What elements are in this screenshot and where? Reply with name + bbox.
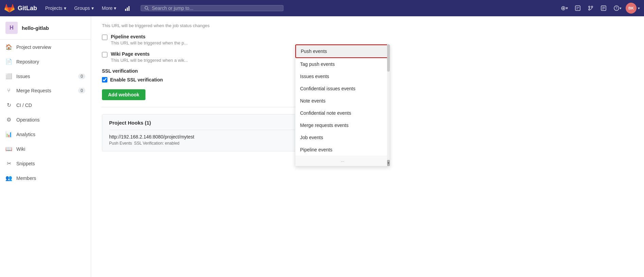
user-avatar[interactable]: BK [626,3,637,14]
hook-tag-ssl: SSL Verification: enabled [134,141,179,146]
wiki-events-checkbox[interactable] [102,52,107,57]
svg-line-4 [147,9,149,10]
svg-rect-0 [125,9,126,11]
sidebar-label-operations: Operations [16,117,39,123]
dropdown-label-confidential-issues: Confidential issues events [300,86,355,91]
merge-requests-sidebar-icon: ⑂ [5,88,12,94]
help-btn[interactable]: ? ▾ [611,4,624,13]
sidebar-item-analytics[interactable]: 📊 Analytics [0,127,91,142]
ssl-checkbox[interactable] [102,77,107,82]
sidebar-item-wiki[interactable]: 📖 Wiki [0,142,91,156]
gitlab-logo[interactable]: GitLab [4,3,37,14]
nav-right-actions: ⊕ ▾ [558,3,640,14]
wiki-events-label: Wiki Page events This URL will be trigge… [111,51,188,63]
dropdown-scroll-thumb [387,44,390,72]
new-item-btn[interactable]: ⊕ ▾ [558,3,571,13]
dropdown-scrollbar: ▼ [387,44,390,166]
main-layout: H hello-gitlab 🏠 Project overview 📄 Repo… [0,16,644,277]
projects-nav-label: Projects [45,5,63,11]
dropdown-label-job-events: Job events [300,135,323,140]
plus-chevron: ▾ [566,6,568,11]
sidebar-item-project-overview[interactable]: 🏠 Project overview [0,40,91,54]
sidebar-item-repository[interactable]: 📄 Repository [0,54,91,69]
merge-requests-btn[interactable] [585,4,596,13]
sidebar-item-issues[interactable]: ⬜ Issues 0 [0,69,91,84]
dropdown-item-tag-push-events[interactable]: Tag push events [295,58,390,70]
search-input[interactable] [152,5,280,11]
add-webhook-button[interactable]: Add webhook [102,89,145,100]
merge-icon [588,5,594,11]
sidebar: H hello-gitlab 🏠 Project overview 📄 Repo… [0,16,91,277]
more-nav-btn[interactable]: More ▾ [99,4,119,12]
hook-info: http://192.168.2.146:8080/project/mytest… [109,134,194,146]
sidebar-label-project-overview: Project overview [16,44,51,50]
sidebar-item-merge-requests[interactable]: ⑂ Merge Requests 0 [0,84,91,98]
merge-requests-badge: 0 [78,88,85,93]
sidebar-item-snippets[interactable]: ✂ Snippets [0,156,91,171]
todo-icon [575,5,581,11]
svg-point-3 [145,6,148,10]
pipeline-events-checkbox[interactable] [102,35,107,40]
pipeline-events-desc: This URL will be triggered when the p... [111,40,188,45]
operations-icon: ⚙ [5,116,12,123]
dropdown-item-job-events[interactable]: Job events [295,131,390,144]
hook-tag-push-events: Push Events [109,141,132,146]
gitlab-fox-icon [4,3,15,14]
url-note: This URL will be triggered when the job … [102,23,386,28]
project-name: hello-gitlab [22,25,49,31]
sidebar-item-operations[interactable]: ⚙ Operations [0,112,91,127]
dropdown-item-note-events[interactable]: Note events [295,95,390,107]
wiki-events-title: Wiki Page events [111,51,150,57]
dropdown-item-issues-events[interactable]: Issues events [295,70,390,82]
ssl-checkbox-label: Enable SSL verification [110,77,163,82]
hook-tags: Push Events SSL Verification: enabled [109,141,194,146]
groups-nav-btn[interactable]: Groups ▾ [72,4,97,12]
help-icon: ? [613,5,620,11]
pipeline-events-trigger: Pipeline events This URL will be trigger… [102,34,386,45]
sidebar-label-wiki: Wiki [16,146,25,152]
todo-btn[interactable] [572,4,584,13]
sidebar-item-members[interactable]: 👥 Members [0,171,91,185]
issues-sidebar-icon: ⬜ [5,73,12,79]
sidebar-nav: 🏠 Project overview 📄 Repository ⬜ Issues… [0,40,91,277]
scroll-down-arrow-icon: ▼ [387,162,390,165]
dropdown-scroll-down-btn[interactable]: ▼ [387,160,390,166]
sidebar-label-members: Members [16,176,36,181]
more-nav-label: More [102,5,113,11]
home-icon: 🏠 [5,44,12,50]
issues-btn[interactable] [598,4,609,13]
issues-badge: 0 [78,74,85,79]
ci-cd-icon: ↻ [5,102,12,108]
wiki-icon: 📖 [5,146,12,152]
groups-nav-label: Groups [74,5,90,11]
help-chevron: ▾ [620,6,622,11]
dropdown-item-merge-requests-events[interactable]: Merge requests events [295,119,390,131]
dropdown-item-push-events[interactable]: Push events [295,44,390,58]
svg-point-9 [591,6,593,7]
project-avatar: H [5,22,18,34]
pipeline-events-title: Pipeline events [111,34,145,39]
svg-rect-1 [127,7,128,11]
sidebar-label-analytics: Analytics [16,132,35,137]
search-bar[interactable] [141,5,283,11]
dropdown-item-confidential-issues[interactable]: Confidential issues events [295,82,390,95]
chart-icon [124,5,131,12]
dropdown-menu: Push events Tag push events Issues event… [295,44,390,166]
svg-rect-5 [575,6,580,11]
sidebar-item-ci-cd[interactable]: ↻ CI / CD [0,98,91,112]
analytics-icon: 📊 [5,131,12,137]
members-icon: 👥 [5,175,12,181]
wiki-events-desc: This URL will be triggered when a wik... [111,58,188,63]
issues-icon [601,5,607,11]
sidebar-label-issues: Issues [16,74,30,79]
top-navbar: GitLab Projects ▾ Groups ▾ More ▾ ⊕ ▾ [0,0,644,16]
sidebar-label-ci-cd: CI / CD [16,103,32,108]
svg-point-8 [589,6,590,7]
dropdown-item-confidential-note[interactable]: Confidential note events [295,107,390,119]
main-content: This URL will be triggered when the job … [91,16,644,277]
more-chevron-icon: ▾ [114,5,116,11]
dropdown-label-merge-requests-events: Merge requests events [300,123,348,128]
projects-nav-btn[interactable]: Projects ▾ [42,4,69,12]
activity-chart-btn[interactable] [122,3,134,13]
dropdown-item-pipeline-events[interactable]: Pipeline events [295,144,390,156]
